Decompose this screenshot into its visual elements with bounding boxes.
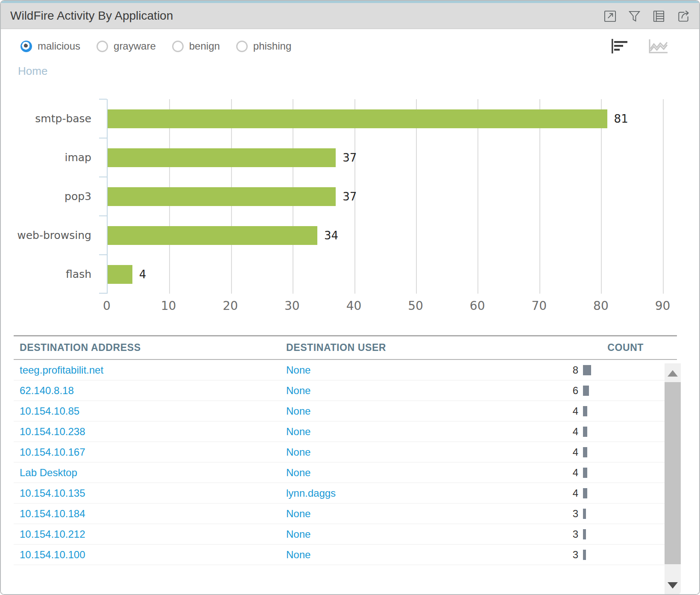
bar-pop3[interactable] xyxy=(108,187,336,206)
category-label-web-browsing: web-browsing xyxy=(1,216,107,255)
count-mini-bar xyxy=(583,550,586,560)
column-header-destination-address[interactable]: DESTINATION ADDRESS xyxy=(14,342,286,353)
destination-address-cell: Lab Desktop xyxy=(14,467,286,479)
destination-user-link[interactable]: None xyxy=(286,528,310,540)
controls-row: maliciousgraywarebenignphishing xyxy=(21,37,668,55)
count-cell: 6 xyxy=(525,385,677,397)
destination-address-link[interactable]: teeg.profitabilit.net xyxy=(20,364,103,376)
destination-address-link[interactable]: 10.154.10.184 xyxy=(20,508,85,519)
destination-address-cell: 62.140.8.18 xyxy=(14,385,286,397)
count-mini-bar xyxy=(583,509,586,519)
destination-table: DESTINATION ADDRESS DESTINATION USER COU… xyxy=(14,335,677,565)
x-axis-tick-label: 90 xyxy=(655,299,671,313)
x-axis-tick-label: 50 xyxy=(408,299,423,313)
destination-address-link[interactable]: 10.154.10.167 xyxy=(20,446,85,458)
destination-user-cell: None xyxy=(286,508,525,520)
table-row: 10.154.10.184None3 xyxy=(14,504,677,524)
count-cell: 3 xyxy=(525,528,677,540)
line-chart-icon[interactable] xyxy=(648,38,668,54)
count-mini-bar xyxy=(583,468,587,478)
destination-user-link[interactable]: None xyxy=(286,385,310,396)
maximize-icon[interactable] xyxy=(603,9,617,23)
destination-address-link[interactable]: Lab Desktop xyxy=(20,467,77,478)
destination-user-link[interactable]: None xyxy=(286,364,310,376)
destination-address-cell: 10.154.10.212 xyxy=(14,528,286,540)
filter-icon[interactable] xyxy=(628,9,641,23)
destination-address-cell: 10.154.10.135 xyxy=(14,487,286,499)
destination-address-link[interactable]: 10.154.10.135 xyxy=(20,487,85,499)
destination-address-cell: teeg.profitabilit.net xyxy=(14,364,286,376)
column-header-count[interactable]: COUNT xyxy=(525,342,677,353)
destination-user-cell: None xyxy=(286,549,525,561)
radio-phishing[interactable]: phishing xyxy=(236,40,291,52)
count-value: 4 xyxy=(525,426,578,438)
x-axis-tick-label: 70 xyxy=(531,299,547,313)
radio-malicious[interactable]: malicious xyxy=(21,40,80,52)
destination-user-link[interactable]: None xyxy=(286,508,310,519)
radio-label: benign xyxy=(189,40,220,52)
header-icon-bar xyxy=(603,9,690,23)
radio-label: phishing xyxy=(253,40,291,52)
count-cell: 4 xyxy=(525,487,677,499)
widget-content: maliciousgraywarebenignphishing Home smt… xyxy=(1,29,699,594)
destination-address-link[interactable]: 10.154.10.85 xyxy=(20,405,79,417)
bar-imap[interactable] xyxy=(108,148,336,167)
destination-user-link[interactable]: None xyxy=(286,446,310,458)
destination-address-link[interactable]: 62.140.8.18 xyxy=(20,385,74,396)
x-axis-tick-label: 60 xyxy=(470,299,485,313)
destination-address-link[interactable]: 10.154.10.212 xyxy=(20,528,85,540)
count-value: 4 xyxy=(525,405,578,417)
destination-user-link[interactable]: lynn.daggs xyxy=(286,487,336,499)
x-axis-tick-label: 80 xyxy=(593,299,609,313)
bar-web-browsing[interactable] xyxy=(108,226,317,245)
y-axis-tick xyxy=(99,99,107,100)
y-axis-tick xyxy=(99,293,107,294)
bar-value-label: 37 xyxy=(343,151,357,164)
scrollbar-up-arrow-icon[interactable] xyxy=(668,370,678,377)
destination-address-link[interactable]: 10.154.10.238 xyxy=(20,426,85,437)
count-value: 3 xyxy=(525,549,578,561)
count-cell: 4 xyxy=(525,405,677,417)
count-mini-bar xyxy=(583,365,591,375)
bar-smtp-base[interactable] xyxy=(108,109,607,128)
table-row: 10.154.10.135lynn.daggs4 xyxy=(14,483,677,504)
count-value: 3 xyxy=(525,528,578,540)
bar-row-smtp-base: 81 xyxy=(108,99,669,138)
table-view-icon[interactable] xyxy=(652,9,665,23)
destination-user-link[interactable]: None xyxy=(286,467,310,478)
table-row: 62.140.8.18None6 xyxy=(14,380,677,401)
destination-user-cell: None xyxy=(286,467,525,479)
chart-x-axis: 0102030405060708090 xyxy=(107,299,669,318)
x-axis-tick-label: 0 xyxy=(103,299,111,313)
chart-category-labels: smtp-baseimappop3web-browsingflash xyxy=(1,99,107,294)
destination-user-link[interactable]: None xyxy=(286,405,310,417)
y-axis-tick xyxy=(99,215,107,216)
destination-user-link[interactable]: None xyxy=(286,549,310,560)
radio-button-icon[interactable] xyxy=(97,41,108,52)
scrollbar-thumb[interactable] xyxy=(665,382,681,564)
destination-user-cell: None xyxy=(286,385,525,397)
destination-address-link[interactable]: 10.154.10.100 xyxy=(20,549,85,560)
table-scrollbar[interactable] xyxy=(665,363,681,595)
radio-button-icon[interactable] xyxy=(236,41,248,52)
destination-user-link[interactable]: None xyxy=(286,426,310,437)
bar-chart-icon[interactable] xyxy=(610,38,630,54)
count-cell: 3 xyxy=(525,508,677,520)
radio-button-icon[interactable] xyxy=(172,41,184,52)
y-axis-tick xyxy=(99,254,107,255)
column-header-destination-user[interactable]: DESTINATION USER xyxy=(286,342,525,353)
count-value: 6 xyxy=(525,385,578,397)
radio-benign[interactable]: benign xyxy=(172,40,220,52)
count-cell: 4 xyxy=(525,446,677,458)
bar-value-label: 81 xyxy=(614,112,628,125)
bar-row-pop3: 37 xyxy=(108,177,669,216)
scrollbar-down-arrow-icon[interactable] xyxy=(668,582,678,589)
bar-chart: smtp-baseimappop3web-browsingflash 81373… xyxy=(1,99,699,318)
breadcrumb-home-link[interactable]: Home xyxy=(18,65,47,78)
radio-grayware[interactable]: grayware xyxy=(97,40,156,52)
export-icon[interactable] xyxy=(677,9,690,23)
count-mini-bar xyxy=(583,488,587,498)
bar-flash[interactable] xyxy=(108,265,132,284)
radio-button-icon[interactable] xyxy=(21,41,32,52)
bar-row-flash: 4 xyxy=(108,255,669,294)
